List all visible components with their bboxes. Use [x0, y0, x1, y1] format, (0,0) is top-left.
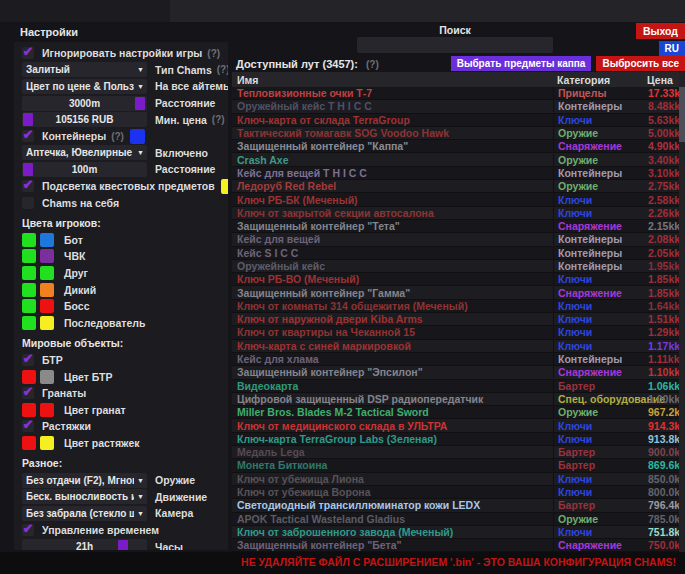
color-swatch[interactable] — [22, 316, 36, 330]
table-row[interactable]: Ключ от убежища ВоронаКлючи800.0k — [232, 486, 679, 499]
table-row[interactable]: Тепловизионные очки Т-7Прицелы17.33kk — [232, 87, 679, 100]
item-name: Ключ от закрытой секции автосалона — [232, 207, 553, 219]
table-scrollbar[interactable] — [679, 72, 685, 552]
color-swatch[interactable] — [40, 249, 54, 263]
dropdown-chams-type[interactable]: Залитый▼ — [22, 62, 147, 77]
table-row[interactable]: Miller Bros. Blades M-2 Tactical SwordОр… — [232, 406, 679, 419]
table-row[interactable]: Ключ РБ-ВО (Меченый)Ключи1.85kk — [232, 273, 679, 286]
slider-min-price[interactable]: 105156 RUB — [22, 112, 147, 127]
color-swatch[interactable] — [22, 266, 36, 280]
table-row[interactable]: Защищенный контейнер "Эпсилон"Снаряжение… — [232, 366, 679, 379]
column-header-price[interactable]: Цена — [647, 74, 681, 86]
table-row[interactable]: APOK Tactical Wasteland GladiusОружие785… — [232, 513, 679, 526]
table-row[interactable]: Ключ от наружной двери Kiba ArmsКлючи1.5… — [232, 313, 679, 326]
help-icon: (?) — [111, 131, 124, 142]
table-row[interactable]: Crash AxeОружие3.40kk — [232, 153, 679, 166]
table-row[interactable]: Кейс для вещейКонтейнеры2.08kk — [232, 233, 679, 246]
table-row[interactable]: Защищенный контейнер "Каппа"Снаряжение4.… — [232, 140, 679, 153]
table-row[interactable]: Оружейный кейс T H I C CКонтейнеры8.48kk — [232, 100, 679, 113]
settings-row-grenade-color: Цвет гранат — [22, 401, 228, 418]
slider-item-distance[interactable]: 100m — [22, 162, 147, 177]
table-row[interactable]: Оружейный кейсКонтейнеры1.95kk — [232, 260, 679, 273]
dropdown-all-items[interactable]: Цвет по цене & Пользователь▼ — [22, 79, 147, 94]
color-swatch[interactable] — [22, 249, 36, 263]
table-row[interactable]: Кейс для хламаКонтейнеры1.11kk — [232, 353, 679, 366]
dropdown-value: Цвет по цене & Пользователь — [22, 81, 134, 92]
table-row[interactable]: Ключ-карта TerraGroup Labs (Зеленая)Ключ… — [232, 433, 679, 446]
color-swatch[interactable] — [22, 233, 36, 247]
color-swatch[interactable] — [40, 299, 54, 313]
table-row[interactable]: Ключ-карта с синей маркировкойКлючи1.17k… — [232, 340, 679, 353]
color-swatch[interactable] — [40, 403, 54, 417]
search-label: Поиск — [357, 24, 553, 36]
search-input[interactable] — [357, 37, 553, 53]
row-label: ЧВК — [64, 250, 85, 262]
table-row[interactable]: Ледоруб Red RebelОружие2.75kk — [232, 180, 679, 193]
item-name: Монета Биткоина — [232, 459, 553, 471]
color-swatch[interactable] — [130, 129, 145, 144]
settings-row-movement: Беск. выносливость и нет уста▼Движение — [22, 488, 228, 505]
slider-handle[interactable] — [23, 163, 33, 176]
dropdown-movement[interactable]: Беск. выносливость и нет уста▼ — [22, 489, 147, 504]
checkbox-btr[interactable]: ✔ — [22, 354, 34, 366]
color-swatch[interactable] — [22, 299, 36, 313]
section-label: Цвета игроков: — [22, 215, 228, 232]
color-swatch[interactable] — [40, 233, 54, 247]
color-swatch[interactable] — [40, 316, 54, 330]
exit-button[interactable]: Выход — [636, 23, 685, 39]
slider-distance[interactable]: 3000m — [22, 96, 147, 111]
table-row[interactable]: Медаль LegaБартер900.0k — [232, 446, 679, 459]
table-row[interactable]: Ключ от убежища ЛионаКлючи850.0k — [232, 473, 679, 486]
column-header-name[interactable]: Имя — [232, 74, 553, 86]
color-swatch[interactable] — [40, 283, 54, 297]
table-row[interactable]: Ключ от заброшенного завода (Меченый)Клю… — [232, 526, 679, 539]
table-row[interactable]: Цифровой защищенный DSP радиопередатчикС… — [232, 393, 679, 406]
checkbox-quest-highlight[interactable]: ✔ — [22, 180, 34, 192]
table-row[interactable]: Защищенный контейнер "Тета"Снаряжение2.1… — [232, 220, 679, 233]
item-category: Ключи — [553, 486, 648, 498]
row-label: Часы — [155, 541, 183, 550]
column-header-category[interactable]: Категория — [553, 74, 647, 86]
checkbox-ignore-game-settings[interactable]: ✔ — [22, 47, 34, 59]
table-row[interactable]: Защищенный контейнер "Бета"Снаряжение750… — [232, 539, 679, 552]
select-kappa-items-button[interactable]: Выбрать предметы каппа — [451, 56, 592, 71]
slider-handle[interactable] — [135, 97, 145, 110]
slider-handle[interactable] — [23, 113, 33, 126]
loot-table-header: Имя Категория Цена — [232, 72, 679, 87]
table-row[interactable]: Защищенный контейнер "Гамма"Снаряжение1.… — [232, 286, 679, 299]
checkbox-containers[interactable]: ✔ — [22, 130, 34, 142]
table-row[interactable]: Тактический томагавк SOG Voodoo HawkОруж… — [232, 127, 679, 140]
checkbox-tripwires[interactable]: ✔ — [22, 420, 34, 432]
color-swatch[interactable] — [22, 436, 36, 450]
slider-handle[interactable] — [118, 540, 128, 550]
color-swatch[interactable] — [22, 403, 36, 417]
table-row[interactable]: Ключ от медицинского склада в УЛЬТРАКлюч… — [232, 419, 679, 432]
item-name: Ключ от убежища Лиона — [232, 473, 553, 485]
table-row[interactable]: Ключ от квартиры на Чеканной 15Ключи1.29… — [232, 326, 679, 339]
color-swatch[interactable] — [221, 179, 228, 194]
table-row[interactable]: Кейс для вещей T H I C CКонтейнеры3.10kk — [232, 167, 679, 180]
color-swatch[interactable] — [40, 436, 54, 450]
table-row[interactable]: Ключ от комнаты 314 общежития (Меченый)К… — [232, 300, 679, 313]
scrollbar-thumb[interactable] — [679, 87, 685, 142]
table-row[interactable]: Ключ от закрытой секции автосалонаКлючи2… — [232, 207, 679, 220]
checkbox-time-control[interactable]: ✔ — [22, 524, 34, 536]
checkbox-grenades[interactable]: ✔ — [22, 387, 34, 399]
color-swatch[interactable] — [22, 283, 36, 297]
color-swatch[interactable] — [40, 370, 54, 384]
color-swatch[interactable] — [22, 370, 36, 384]
dropdown-camera[interactable]: Без забрала (стекло шлема)▼ — [22, 506, 147, 521]
language-button[interactable]: RU — [659, 41, 685, 56]
table-row[interactable]: Светодиодный трансиллюминатор кожи LEDXБ… — [232, 499, 679, 512]
color-swatch[interactable] — [40, 266, 54, 280]
dropdown-weapon[interactable]: Без отдачи (F2), Мгновенное п▼ — [22, 473, 147, 488]
slider-hours[interactable]: 21h — [22, 539, 147, 550]
dropdown-item-filter[interactable]: Аптечка, Ювелирные и...▼ — [22, 145, 147, 160]
table-row[interactable]: ВидеокартаБартер1.06kk — [232, 380, 679, 393]
drop-all-button[interactable]: Выбросить все — [596, 56, 685, 71]
table-row[interactable]: Ключ РБ-БК (Меченый)Ключи2.58kk — [232, 193, 679, 206]
checkbox-chams-self[interactable] — [22, 197, 34, 209]
table-row[interactable]: Ключ-карта от склада TerraGroupКлючи5.63… — [232, 114, 679, 127]
table-row[interactable]: Кейс S I C CКонтейнеры2.05kk — [232, 247, 679, 260]
table-row[interactable]: Монета БиткоинаБартер869.6k — [232, 459, 679, 472]
